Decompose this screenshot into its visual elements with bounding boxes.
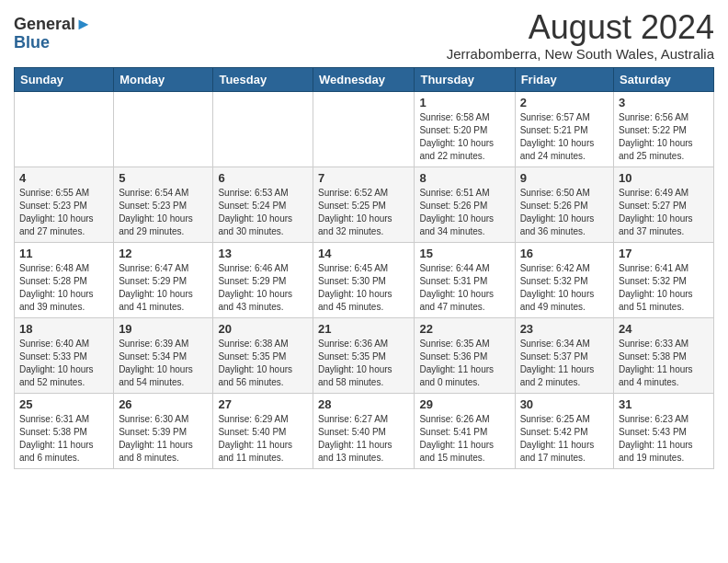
calendar-cell	[114, 91, 213, 167]
day-info: Sunrise: 6:48 AMSunset: 5:28 PMDaylight:…	[19, 262, 108, 314]
day-info: Sunrise: 6:30 AMSunset: 5:39 PMDaylight:…	[119, 413, 208, 465]
day-info: Sunrise: 6:57 AMSunset: 5:21 PMDaylight:…	[520, 111, 609, 163]
calendar-cell: 2Sunrise: 6:57 AMSunset: 5:21 PMDaylight…	[515, 91, 613, 167]
calendar-cell: 30Sunrise: 6:25 AMSunset: 5:42 PMDayligh…	[515, 393, 613, 468]
day-number: 10	[619, 171, 709, 185]
day-info: Sunrise: 6:51 AMSunset: 5:26 PMDaylight:…	[419, 187, 509, 238]
calendar-cell: 9Sunrise: 6:50 AMSunset: 5:26 PMDaylight…	[515, 167, 613, 242]
calendar-cell: 20Sunrise: 6:38 AMSunset: 5:35 PMDayligh…	[213, 317, 313, 393]
day-info: Sunrise: 6:40 AMSunset: 5:33 PMDaylight:…	[19, 338, 108, 389]
day-info: Sunrise: 6:29 AMSunset: 5:40 PMDaylight:…	[218, 413, 308, 465]
logo: General► Blue	[14, 9, 92, 52]
day-number: 8	[419, 171, 509, 185]
logo-text-block: General► Blue	[14, 15, 92, 52]
calendar-cell: 4Sunrise: 6:55 AMSunset: 5:23 PMDaylight…	[15, 167, 114, 242]
calendar-cell: 6Sunrise: 6:53 AMSunset: 5:24 PMDaylight…	[213, 167, 313, 242]
day-number: 29	[419, 397, 509, 411]
calendar-header-saturday: Saturday	[614, 67, 714, 91]
calendar-header-wednesday: Wednesday	[313, 67, 415, 91]
calendar-cell: 17Sunrise: 6:41 AMSunset: 5:32 PMDayligh…	[614, 242, 714, 317]
day-info: Sunrise: 6:23 AMSunset: 5:43 PMDaylight:…	[619, 413, 709, 465]
calendar-cell: 21Sunrise: 6:36 AMSunset: 5:35 PMDayligh…	[313, 317, 415, 393]
calendar-cell: 8Sunrise: 6:51 AMSunset: 5:26 PMDaylight…	[415, 167, 515, 242]
calendar-cell: 25Sunrise: 6:31 AMSunset: 5:38 PMDayligh…	[15, 393, 114, 468]
day-number: 3	[619, 96, 709, 109]
day-number: 27	[218, 397, 308, 411]
day-info: Sunrise: 6:56 AMSunset: 5:22 PMDaylight:…	[619, 111, 709, 163]
day-info: Sunrise: 6:46 AMSunset: 5:29 PMDaylight:…	[218, 262, 308, 314]
calendar-cell: 1Sunrise: 6:58 AMSunset: 5:20 PMDaylight…	[415, 91, 515, 167]
day-number: 15	[419, 247, 509, 260]
calendar-cell: 7Sunrise: 6:52 AMSunset: 5:25 PMDaylight…	[313, 167, 415, 242]
day-number: 18	[19, 322, 108, 336]
day-number: 12	[119, 247, 208, 260]
day-info: Sunrise: 6:49 AMSunset: 5:27 PMDaylight:…	[619, 187, 709, 238]
logo-blue-text: Blue	[14, 33, 50, 52]
calendar-cell: 11Sunrise: 6:48 AMSunset: 5:28 PMDayligh…	[15, 242, 114, 317]
day-number: 19	[119, 322, 208, 336]
calendar-cell: 19Sunrise: 6:39 AMSunset: 5:34 PMDayligh…	[114, 317, 213, 393]
logo-bird-icon: ►	[75, 15, 92, 33]
calendar-cell: 18Sunrise: 6:40 AMSunset: 5:33 PMDayligh…	[15, 317, 114, 393]
calendar-header-monday: Monday	[114, 67, 213, 91]
calendar-cell: 10Sunrise: 6:49 AMSunset: 5:27 PMDayligh…	[614, 167, 714, 242]
location-subtitle: Jerrabomberra, New South Wales, Australi…	[447, 46, 714, 62]
day-number: 22	[419, 322, 509, 336]
calendar-cell: 31Sunrise: 6:23 AMSunset: 5:43 PMDayligh…	[614, 393, 714, 468]
day-info: Sunrise: 6:25 AMSunset: 5:42 PMDaylight:…	[520, 413, 609, 465]
day-info: Sunrise: 6:27 AMSunset: 5:40 PMDaylight:…	[318, 413, 409, 465]
calendar-cell: 27Sunrise: 6:29 AMSunset: 5:40 PMDayligh…	[213, 393, 313, 468]
day-number: 9	[520, 171, 609, 185]
day-info: Sunrise: 6:36 AMSunset: 5:35 PMDaylight:…	[318, 338, 409, 389]
day-number: 13	[218, 247, 308, 260]
calendar-cell: 16Sunrise: 6:42 AMSunset: 5:32 PMDayligh…	[515, 242, 613, 317]
calendar-header-sunday: Sunday	[15, 67, 114, 91]
day-number: 11	[19, 247, 108, 260]
calendar-cell	[15, 91, 114, 167]
day-number: 24	[619, 322, 709, 336]
day-info: Sunrise: 6:53 AMSunset: 5:24 PMDaylight:…	[218, 187, 308, 238]
calendar-week-row-3: 11Sunrise: 6:48 AMSunset: 5:28 PMDayligh…	[15, 242, 714, 317]
day-info: Sunrise: 6:54 AMSunset: 5:23 PMDaylight:…	[119, 187, 208, 238]
day-info: Sunrise: 6:34 AMSunset: 5:37 PMDaylight:…	[520, 338, 609, 389]
day-info: Sunrise: 6:45 AMSunset: 5:30 PMDaylight:…	[318, 262, 409, 314]
calendar-cell: 24Sunrise: 6:33 AMSunset: 5:38 PMDayligh…	[614, 317, 714, 393]
calendar-cell: 23Sunrise: 6:34 AMSunset: 5:37 PMDayligh…	[515, 317, 613, 393]
calendar-table: SundayMondayTuesdayWednesdayThursdayFrid…	[14, 67, 714, 469]
day-number: 6	[218, 171, 308, 185]
day-info: Sunrise: 6:42 AMSunset: 5:32 PMDaylight:…	[520, 262, 609, 314]
day-info: Sunrise: 6:47 AMSunset: 5:29 PMDaylight:…	[119, 262, 208, 314]
logo-general-text: General	[14, 15, 75, 33]
calendar-cell: 29Sunrise: 6:26 AMSunset: 5:41 PMDayligh…	[415, 393, 515, 468]
calendar-cell	[213, 91, 313, 167]
day-number: 5	[119, 171, 208, 185]
calendar-header-tuesday: Tuesday	[213, 67, 313, 91]
day-info: Sunrise: 6:31 AMSunset: 5:38 PMDaylight:…	[19, 413, 108, 465]
day-info: Sunrise: 6:39 AMSunset: 5:34 PMDaylight:…	[119, 338, 208, 389]
day-info: Sunrise: 6:35 AMSunset: 5:36 PMDaylight:…	[419, 338, 509, 389]
calendar-week-row-1: 1Sunrise: 6:58 AMSunset: 5:20 PMDaylight…	[15, 91, 714, 167]
calendar-header-thursday: Thursday	[415, 67, 515, 91]
day-info: Sunrise: 6:38 AMSunset: 5:35 PMDaylight:…	[218, 338, 308, 389]
day-info: Sunrise: 6:55 AMSunset: 5:23 PMDaylight:…	[19, 187, 108, 238]
day-number: 1	[419, 96, 509, 109]
calendar-cell: 22Sunrise: 6:35 AMSunset: 5:36 PMDayligh…	[415, 317, 515, 393]
calendar-cell: 28Sunrise: 6:27 AMSunset: 5:40 PMDayligh…	[313, 393, 415, 468]
calendar-cell: 26Sunrise: 6:30 AMSunset: 5:39 PMDayligh…	[114, 393, 213, 468]
day-info: Sunrise: 6:58 AMSunset: 5:20 PMDaylight:…	[419, 111, 509, 163]
day-number: 25	[19, 397, 108, 411]
day-info: Sunrise: 6:26 AMSunset: 5:41 PMDaylight:…	[419, 413, 509, 465]
day-info: Sunrise: 6:33 AMSunset: 5:38 PMDaylight:…	[619, 338, 709, 389]
day-number: 30	[520, 397, 609, 411]
calendar-week-row-2: 4Sunrise: 6:55 AMSunset: 5:23 PMDaylight…	[15, 167, 714, 242]
day-info: Sunrise: 6:41 AMSunset: 5:32 PMDaylight:…	[619, 262, 709, 314]
calendar-cell: 13Sunrise: 6:46 AMSunset: 5:29 PMDayligh…	[213, 242, 313, 317]
day-number: 7	[318, 171, 409, 185]
calendar-header-friday: Friday	[515, 67, 613, 91]
day-number: 31	[619, 397, 709, 411]
day-number: 26	[119, 397, 208, 411]
page-header: General► Blue August 2024 Jerrabomberra,…	[14, 9, 714, 62]
title-section: August 2024 Jerrabomberra, New South Wal…	[447, 9, 714, 62]
day-number: 17	[619, 247, 709, 260]
calendar-cell: 5Sunrise: 6:54 AMSunset: 5:23 PMDaylight…	[114, 167, 213, 242]
